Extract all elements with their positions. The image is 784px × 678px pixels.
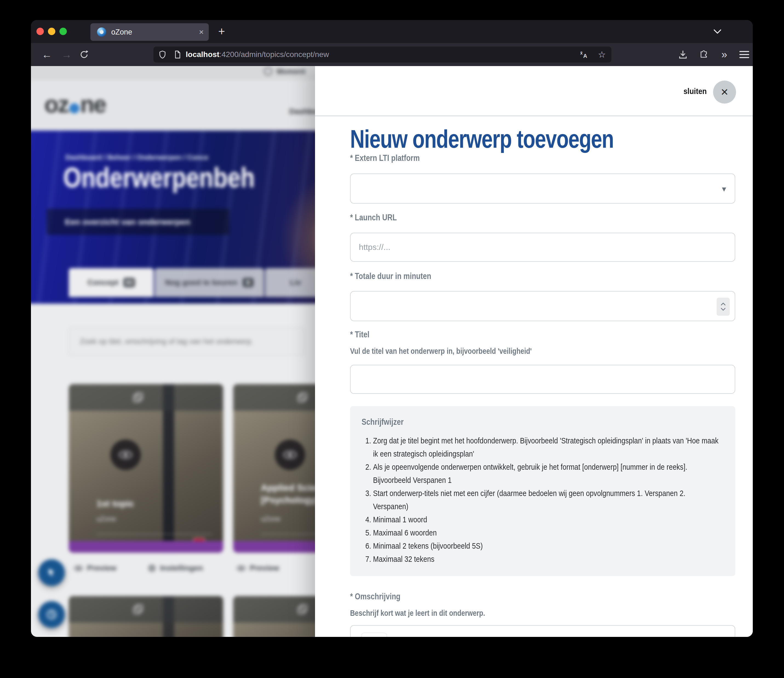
title-field[interactable]	[350, 365, 735, 394]
hero-subtitle: Een overzicht van onderwerpen	[65, 209, 190, 235]
close-icon: ×	[721, 85, 728, 99]
duplicate-icon[interactable]	[132, 603, 145, 616]
topbar-link[interactable]: Moment	[277, 66, 305, 80]
topic-search-field[interactable]	[69, 327, 304, 355]
breadcrumb[interactable]: Dashboard / Beheer / Onderwerpen / Conce	[65, 153, 208, 161]
hero-subtitle-box: Een overzicht van onderwerpen	[47, 209, 230, 235]
tab-nog-goed-te-keuren[interactable]: Nog goed te keuren 8	[155, 268, 264, 297]
ozone-logo[interactable]: ozne	[44, 91, 106, 118]
description-editor[interactable]	[350, 625, 735, 637]
editor-toolbar-chip[interactable]	[362, 633, 387, 637]
fab-cursor-button[interactable]	[38, 560, 65, 586]
topbar-icon	[264, 67, 272, 75]
card-eye-badge	[110, 440, 141, 470]
topic-card-3[interactable]	[69, 596, 223, 637]
page-content: Moment ozne Dashbo Dashboard / Beheer / …	[31, 66, 753, 637]
title-hint: Vul de titel van het onderwerp in, bijvo…	[350, 347, 532, 356]
chevron-down-icon: ▼	[720, 174, 728, 204]
lti-platform-select[interactable]: ▼	[350, 173, 735, 204]
cursor-icon	[46, 567, 57, 578]
shield-icon[interactable]	[159, 50, 166, 59]
menu-hamburger-icon[interactable]	[739, 54, 749, 55]
svg-text:A: A	[583, 53, 587, 59]
close-button[interactable]: ×	[713, 81, 736, 104]
launch-url-input[interactable]	[351, 233, 735, 261]
eye-icon	[283, 450, 297, 459]
eye-icon	[118, 450, 133, 459]
lti-platform-label: * Extern LTI platform	[350, 153, 420, 163]
traffic-light-zoom[interactable]	[59, 28, 67, 35]
chevron-up-icon[interactable]	[720, 302, 726, 306]
svg-text:x̄: x̄	[580, 51, 583, 55]
launch-url-field[interactable]	[350, 233, 735, 262]
reload-icon[interactable]	[79, 50, 89, 59]
launch-url-label: * Launch URL	[350, 213, 397, 223]
topic-card-1[interactable]: 1st topic uZone 453 uur	[69, 384, 223, 552]
page-info-icon[interactable]	[174, 50, 181, 59]
browser-toolbar: ← → localhost:4200/admin/topics/concept/…	[31, 43, 753, 66]
duration-field[interactable]	[350, 291, 735, 321]
screenshot-stage: oZone × + ← → loc	[0, 0, 784, 678]
settings-label: Instellingen	[160, 564, 203, 572]
preview-label: Preview	[250, 564, 279, 572]
duplicate-icon[interactable]	[132, 391, 145, 404]
tab-list-chevron-icon[interactable]	[712, 28, 723, 35]
translate-icon[interactable]: x̄ A	[580, 50, 589, 59]
overflow-chevrons-icon[interactable]: »	[717, 43, 731, 66]
bookmark-star-icon[interactable]: ☆	[595, 47, 609, 62]
nav-item-dashboard[interactable]: Dashbo	[289, 107, 318, 115]
title-input[interactable]	[351, 365, 735, 393]
tab-review-label: Nog goed te keuren	[165, 278, 238, 287]
tab-close-icon[interactable]: ×	[194, 23, 209, 41]
downloads-icon[interactable]	[678, 50, 688, 59]
schrijfwijzer-item: Maximaal 32 tekens	[373, 552, 720, 566]
logo-text-left: oz	[44, 91, 68, 117]
tab-review-badge: 8	[243, 278, 254, 287]
card-top-overlay	[69, 384, 223, 410]
forward-button[interactable]: →	[58, 43, 75, 66]
tab-concept-badge: 83	[124, 278, 135, 287]
description-label: * Omschrijving	[350, 592, 400, 602]
schrijfwijzer-heading: Schrijfwijzer	[362, 417, 403, 427]
preview-button[interactable]: Preview	[74, 560, 117, 576]
clock-icon	[46, 609, 58, 620]
close-label: sluiten	[658, 66, 707, 116]
eye-icon	[236, 565, 246, 571]
schrijfwijzer-item: Maximaal 6 woorden	[373, 526, 720, 539]
duration-label: * Totale duur in minuten	[350, 271, 431, 281]
drawer-header: sluiten ×	[315, 66, 753, 116]
new-tab-button[interactable]: +	[213, 20, 230, 43]
back-button[interactable]: ←	[39, 43, 55, 66]
extensions-puzzle-icon[interactable]	[699, 50, 709, 59]
chevron-down-icon[interactable]	[720, 307, 726, 311]
tab-live-label: Liv	[290, 278, 301, 287]
duplicate-icon[interactable]	[296, 391, 309, 404]
preview-button-2[interactable]: Preview	[236, 560, 279, 576]
search-input[interactable]	[69, 328, 303, 355]
duration-input[interactable]	[351, 291, 735, 321]
settings-button[interactable]: Instellingen	[148, 560, 203, 576]
schrijfwijzer-item: Minimaal 2 tekens (bijvoorbeeld 5S)	[373, 539, 720, 552]
logo-ring-icon	[69, 103, 79, 113]
card-top-overlay	[69, 596, 223, 623]
traffic-light-close[interactable]	[36, 28, 44, 35]
browser-window: oZone × + ← → loc	[31, 20, 753, 637]
duplicate-icon[interactable]	[296, 603, 309, 616]
preview-label: Preview	[87, 564, 117, 572]
fab-clock-button[interactable]	[38, 601, 65, 628]
page-title: Onderwerpenbeh	[63, 162, 255, 193]
schrijfwijzer-list: Zorg dat je titel begint met het hoofdon…	[361, 434, 720, 566]
card-status-bar	[69, 541, 223, 553]
card-title: 1st topic	[96, 498, 134, 509]
url-bar[interactable]: localhost:4200/admin/topics/concept/new …	[153, 47, 611, 62]
browser-tab-ozone[interactable]: oZone ×	[90, 23, 209, 41]
tab-concept[interactable]: Concept 83	[69, 268, 154, 297]
tab-concept-label: Concept	[87, 278, 118, 287]
schrijfwijzer-box: Schrijfwijzer Zorg dat je titel begint m…	[350, 406, 735, 576]
description-hint: Beschrijf kort wat je leert in dit onder…	[350, 609, 485, 618]
number-stepper[interactable]	[717, 298, 730, 316]
url-host: localhost	[186, 50, 219, 59]
traffic-light-minimize[interactable]	[48, 28, 55, 35]
url-text[interactable]: localhost:4200/admin/topics/concept/new	[186, 47, 329, 62]
schrijfwijzer-item: Zorg dat je titel begint met het hoofdon…	[373, 434, 720, 460]
